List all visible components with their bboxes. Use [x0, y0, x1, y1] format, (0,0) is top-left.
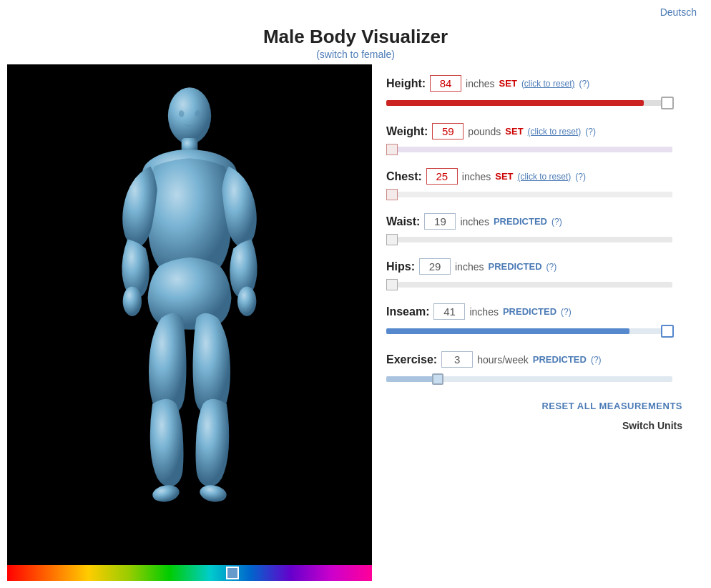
chest-unit: inches: [462, 171, 491, 182]
bottom-actions: RESET ALL MEASUREMENTS Switch Units: [386, 401, 690, 431]
waist-status: PREDICTED: [494, 216, 547, 227]
exercise-input[interactable]: [441, 351, 473, 368]
height-row: Height: inches SET (click to reset) (?): [386, 75, 690, 110]
chest-reset-link[interactable]: (click to reset): [518, 172, 572, 182]
chest-row: Chest: inches SET (click to reset) (?): [386, 168, 690, 200]
svg-point-0: [168, 87, 211, 144]
chest-slider[interactable]: [386, 189, 672, 200]
body-visualization-panel: [7, 64, 372, 581]
inseam-help-link[interactable]: (?): [561, 307, 572, 317]
svg-point-4: [237, 286, 256, 315]
height-slider[interactable]: [386, 96, 672, 110]
exercise-slider[interactable]: [386, 372, 672, 386]
svg-point-8: [195, 110, 201, 117]
weight-row: Weight: pounds SET (click to reset) (?): [386, 123, 690, 155]
chest-slider-thumb[interactable]: [386, 189, 398, 200]
weight-help-link[interactable]: (?): [585, 127, 596, 137]
hips-label: Hips:: [386, 260, 415, 273]
hips-input[interactable]: [419, 258, 451, 275]
waist-help-link[interactable]: (?): [551, 217, 562, 227]
exercise-row: Exercise: hours/week PREDICTED (?): [386, 351, 690, 386]
exercise-unit: hours/week: [477, 354, 529, 366]
switch-units-button[interactable]: Switch Units: [386, 420, 682, 431]
weight-slider[interactable]: [386, 144, 672, 155]
exercise-label: Exercise:: [386, 353, 437, 366]
svg-point-5: [151, 483, 180, 504]
inseam-status: PREDICTED: [503, 306, 556, 317]
body-figure: [104, 79, 275, 551]
height-label: Height:: [386, 77, 426, 90]
exercise-status: PREDICTED: [533, 354, 587, 365]
inseam-row: Inseam: inches PREDICTED (?): [386, 303, 690, 338]
language-link[interactable]: Deutsch: [660, 6, 697, 18]
inseam-label: Inseam:: [386, 305, 429, 318]
chest-status: SET: [495, 171, 513, 182]
page-title: Male Body Visualizer: [0, 26, 711, 48]
waist-unit: inches: [460, 216, 489, 227]
hips-help-link[interactable]: (?): [546, 262, 557, 272]
waist-input[interactable]: [424, 213, 456, 230]
height-help-link[interactable]: (?): [579, 79, 590, 89]
weight-input[interactable]: [432, 123, 464, 139]
svg-point-6: [198, 483, 227, 504]
hips-row: Hips: inches PREDICTED (?): [386, 258, 690, 290]
color-gradient-bar[interactable]: [7, 565, 372, 581]
hips-slider-thumb[interactable]: [386, 279, 398, 290]
chest-input[interactable]: [426, 168, 458, 185]
color-bar-thumb[interactable]: [226, 567, 239, 579]
waist-slider-thumb[interactable]: [386, 234, 398, 245]
weight-label: Weight:: [386, 125, 428, 138]
weight-reset-link[interactable]: (click to reset): [528, 127, 582, 137]
hips-status: PREDICTED: [488, 261, 541, 272]
svg-point-3: [123, 286, 142, 315]
height-reset-link[interactable]: (click to reset): [521, 79, 575, 89]
height-input[interactable]: [430, 75, 461, 92]
waist-label: Waist:: [386, 215, 420, 228]
body-canvas: [7, 64, 372, 565]
chest-help-link[interactable]: (?): [575, 172, 586, 182]
inseam-slider[interactable]: [386, 324, 672, 338]
waist-row: Waist: inches PREDICTED (?): [386, 213, 690, 245]
height-status: SET: [499, 78, 517, 89]
exercise-help-link[interactable]: (?): [591, 355, 602, 365]
hips-unit: inches: [455, 261, 484, 273]
weight-slider-thumb[interactable]: [386, 144, 398, 155]
inseam-input[interactable]: [433, 303, 465, 320]
hips-slider[interactable]: [386, 279, 672, 290]
weight-unit: pounds: [468, 126, 501, 137]
chest-label: Chest:: [386, 170, 422, 183]
svg-point-7: [179, 110, 185, 117]
inseam-unit: inches: [469, 306, 498, 318]
height-unit: inches: [466, 78, 494, 89]
weight-status: SET: [505, 126, 523, 137]
waist-slider[interactable]: [386, 234, 672, 245]
reset-all-button[interactable]: RESET ALL MEASUREMENTS: [386, 401, 682, 411]
controls-panel: Height: inches SET (click to reset) (?) …: [372, 64, 704, 581]
gender-switch-link[interactable]: (switch to female): [316, 49, 395, 60]
